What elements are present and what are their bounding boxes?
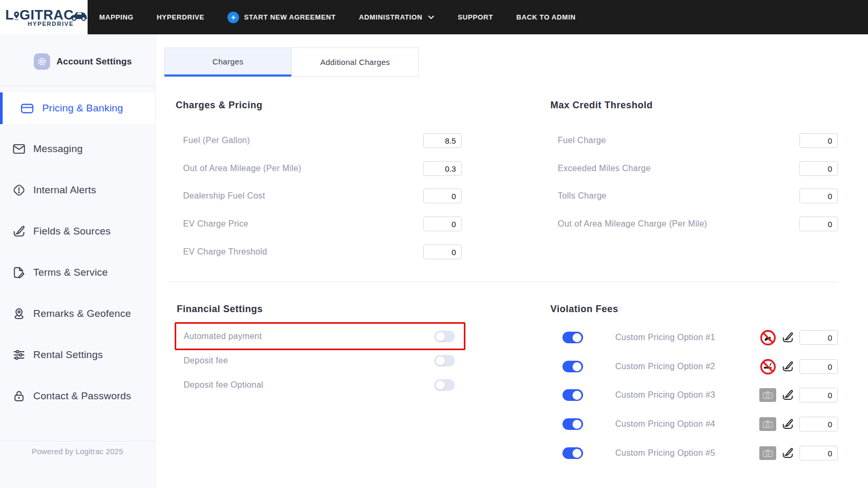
- sidebar-item-contact-passwords[interactable]: Contact & Passwords: [0, 380, 155, 412]
- tab-charges[interactable]: Charges: [164, 48, 292, 77]
- logo-text-l: L: [5, 8, 14, 22]
- row-exceeded-miles-charge: Exceeded Miles Charge: [558, 161, 838, 176]
- edit-icon[interactable]: [781, 331, 794, 344]
- tab-additional-charges[interactable]: Additional Charges: [291, 48, 419, 77]
- logo-subtitle: HYPERDRIVE: [5, 21, 88, 27]
- nav-hyperdrive[interactable]: HYPERDRIVE: [157, 13, 205, 21]
- deposit-fee-optional-toggle[interactable]: [434, 379, 455, 391]
- section-title-charges-pricing: Charges & Pricing: [176, 100, 263, 111]
- sidebar: Account Settings Pricing & Banking Messa…: [0, 34, 156, 488]
- credit-card-icon: [20, 101, 34, 116]
- alert-icon: [12, 183, 26, 197]
- fuel-charge-input[interactable]: [799, 133, 838, 148]
- custom-pricing-5-input[interactable]: [799, 446, 838, 461]
- exceeded-miles-charge-input[interactable]: [799, 161, 838, 176]
- sidebar-divider: [0, 86, 155, 87]
- geofence-pin-icon: [12, 307, 26, 321]
- automated-payment-toggle[interactable]: [434, 331, 455, 342]
- custom-pricing-2-toggle[interactable]: [562, 361, 583, 372]
- sidebar-item-terms-service[interactable]: Terms & Service: [0, 257, 155, 288]
- section-title-financial-settings: Financial Settings: [177, 304, 263, 315]
- row-dealership-fuel-cost: Dealership Fuel Cost: [183, 189, 462, 203]
- row-fuel-charge: Fuel Charge: [558, 133, 838, 148]
- row-custom-pricing-5: Custom Pricing Option #5: [562, 445, 838, 462]
- custom-pricing-4-toggle[interactable]: [562, 418, 583, 430]
- edit-icon[interactable]: [781, 418, 794, 430]
- logo-text-gitrac: GITRAC: [20, 8, 74, 22]
- sidebar-item-rental-settings[interactable]: Rental Settings: [0, 339, 155, 371]
- row-custom-pricing-2: Custom Pricing Option #2: [562, 358, 838, 375]
- row-fuel-per-gallon: Fuel (Per Gallon): [183, 133, 462, 148]
- nav-start-new-agreement[interactable]: + START NEW AGREEMENT: [227, 12, 336, 23]
- row-ev-charge-threshold: EV Charge Threshold: [183, 245, 462, 259]
- custom-pricing-4-input[interactable]: [799, 417, 838, 431]
- nav-support[interactable]: SUPPORT: [457, 13, 493, 21]
- chevron-down-icon: [428, 15, 434, 20]
- ev-charge-price-input[interactable]: [423, 217, 462, 231]
- section-divider: [168, 281, 838, 282]
- sliders-icon: [12, 348, 26, 362]
- out-of-area-mileage-input[interactable]: [423, 161, 462, 176]
- nav-menu: MAPPING HYPERDRIVE + START NEW AGREEMENT…: [88, 0, 576, 34]
- logo[interactable]: L GITRAC HYPERDRIVE: [0, 0, 88, 34]
- sidebar-item-messaging[interactable]: Messaging: [0, 133, 155, 165]
- no-smoking-icon: [760, 359, 776, 375]
- custom-pricing-1-toggle[interactable]: [562, 332, 583, 343]
- row-automated-payment: Automated payment: [184, 329, 455, 344]
- camera-placeholder-icon: [759, 388, 776, 402]
- sidebar-item-fields-sources[interactable]: Fields & Sources: [0, 215, 155, 247]
- top-nav: L GITRAC HYPERDRIVE MAPPING HYPERDRIVE: [0, 0, 868, 34]
- nav-mapping[interactable]: MAPPING: [99, 13, 133, 21]
- nav-back-to-admin[interactable]: BACK TO ADMIN: [516, 13, 576, 21]
- custom-pricing-5-toggle[interactable]: [562, 447, 583, 459]
- custom-pricing-1-input[interactable]: [799, 330, 838, 345]
- row-deposit-fee: Deposit fee: [184, 353, 455, 369]
- edit-icon[interactable]: [781, 447, 794, 459]
- main-content: Charges Additional Charges Charges & Pri…: [156, 34, 868, 488]
- row-out-of-area-mileage-charge: Out of Area Mileage Charge (Per Mile): [558, 217, 838, 231]
- deposit-fee-toggle[interactable]: [434, 355, 455, 367]
- row-custom-pricing-4: Custom Pricing Option #4: [562, 416, 838, 433]
- section-title-violation-fees: Violation Fees: [550, 304, 618, 315]
- out-of-area-mileage-charge-input[interactable]: [799, 217, 838, 231]
- nav-administration[interactable]: ADMINISTRATION: [359, 13, 434, 21]
- row-deposit-fee-optional: Deposit fee Optional: [184, 377, 455, 393]
- custom-pricing-3-toggle[interactable]: [562, 389, 583, 401]
- custom-pricing-2-input[interactable]: [799, 359, 838, 374]
- tab-strip: Charges Additional Charges: [164, 48, 419, 77]
- camera-placeholder-icon: [759, 446, 776, 460]
- row-custom-pricing-1: Custom Pricing Option #1: [562, 329, 838, 346]
- fuel-per-gallon-input[interactable]: [423, 133, 462, 148]
- gear-icon: [34, 53, 50, 70]
- edit-icon[interactable]: [781, 389, 794, 401]
- row-out-of-area-mileage: Out of Area Mileage (Per Mile): [183, 161, 462, 176]
- sidebar-item-pricing-banking[interactable]: Pricing & Banking: [0, 92, 155, 124]
- padlock-icon: [12, 389, 26, 403]
- row-custom-pricing-3: Custom Pricing Option #3: [562, 387, 838, 403]
- account-settings-header: Account Settings: [34, 53, 132, 70]
- dealership-fuel-cost-input[interactable]: [423, 189, 462, 203]
- plus-icon: +: [227, 12, 239, 23]
- camera-placeholder-icon: [759, 417, 776, 431]
- row-ev-charge-price: EV Charge Price: [183, 217, 462, 231]
- custom-pricing-3-input[interactable]: [799, 388, 838, 402]
- sidebar-item-remarks-geofence[interactable]: Remarks & Geofence: [0, 298, 155, 330]
- document-pen-icon: [12, 266, 26, 279]
- envelope-icon: [12, 142, 26, 156]
- sidebar-item-internal-alerts[interactable]: Internal Alerts: [0, 174, 155, 206]
- signature-edit-icon: [12, 224, 26, 238]
- section-title-max-credit: Max Credit Threshold: [550, 100, 653, 111]
- edit-icon[interactable]: [781, 360, 794, 373]
- row-tolls-charge: Tolls Charge: [558, 189, 838, 203]
- tolls-charge-input[interactable]: [799, 189, 838, 203]
- no-pets-icon: [760, 330, 776, 346]
- powered-by-text: Powered by Logitrac 2025: [0, 447, 155, 456]
- app-root: L GITRAC HYPERDRIVE MAPPING HYPERDRIVE: [0, 0, 868, 488]
- sidebar-footer-divider: [0, 441, 155, 442]
- ev-charge-threshold-input[interactable]: [423, 245, 462, 259]
- account-settings-title: Account Settings: [56, 57, 132, 67]
